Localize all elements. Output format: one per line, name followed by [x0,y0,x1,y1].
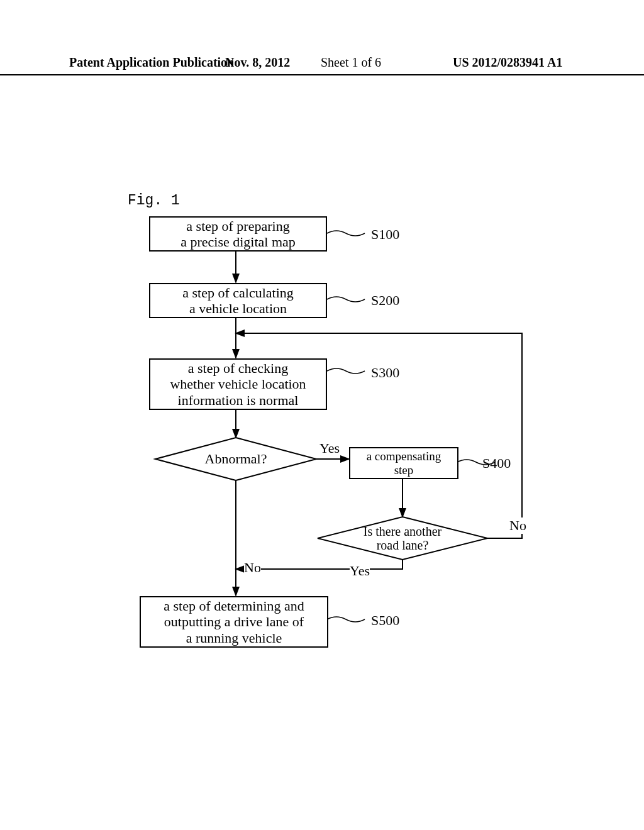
decision-another-lane-text: Is there another road lane? [318,517,487,560]
figure-1-flowchart: Fig. 1 a step of preparing a precise dig [0,0,644,830]
flowchart-connectors [0,0,644,830]
another-lane-no-label: No [509,517,526,534]
label-s300: S300 [371,365,399,381]
abnormal-no-label: No [244,560,261,576]
abnormal-yes-label: Yes [319,440,340,456]
step-s200: a step of calculating a vehicle location [149,283,327,318]
another-lane-yes-label: Yes [350,563,370,579]
label-s100: S100 [371,226,399,243]
label-s200: S200 [371,292,399,309]
step-s500: a step of determining and outputting a d… [140,596,328,648]
step-s100: a step of preparing a precise digital ma… [149,216,327,252]
decision-abnormal-text: Abnormal? [155,438,316,480]
step-s400: a compensating step [349,447,458,479]
label-s400: S400 [482,455,511,472]
label-s500: S500 [371,612,399,629]
figure-label: Fig. 1 [128,192,180,209]
step-s300: a step of checking whether vehicle locat… [149,358,327,410]
